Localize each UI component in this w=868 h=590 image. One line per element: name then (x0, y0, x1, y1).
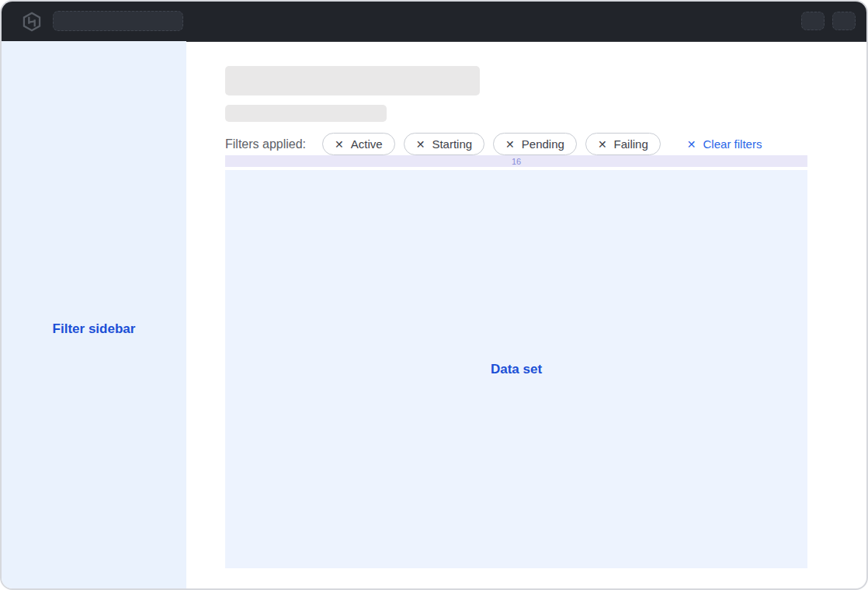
page-title-placeholder (225, 66, 480, 95)
topbar-action-placeholder-1[interactable] (801, 12, 825, 30)
filter-chip-pending[interactable]: ✕ Pending (493, 133, 577, 155)
filter-chip-label: Starting (432, 137, 472, 151)
filter-sidebar: Filter sidebar (2, 41, 186, 588)
result-count-bar: 16 (225, 155, 807, 167)
search-input-placeholder[interactable] (53, 11, 183, 31)
filter-chip-starting[interactable]: ✕ Starting (404, 133, 484, 155)
filter-chip-label: Failing (614, 137, 648, 151)
filter-chip-failing[interactable]: ✕ Failing (585, 133, 661, 155)
topbar-action-placeholder-2[interactable] (832, 12, 856, 30)
result-count: 16 (512, 157, 521, 166)
top-nav-bar (2, 2, 866, 42)
clear-filters-label: Clear filters (703, 137, 762, 151)
hashicorp-logo-icon (22, 12, 42, 32)
dataset-area: Data set (225, 170, 807, 568)
close-icon: ✕ (505, 139, 515, 150)
filter-sidebar-label: Filter sidebar (2, 321, 186, 337)
filter-chip-label: Active (351, 137, 383, 151)
close-icon: ✕ (416, 139, 425, 150)
page-subtitle-placeholder (225, 105, 387, 122)
applied-filters-row: Filters applied: ✕ Active ✕ Starting ✕ P… (225, 133, 762, 155)
dataset-label: Data set (491, 362, 542, 377)
close-icon: ✕ (335, 139, 344, 150)
filter-chip-label: Pending (522, 137, 564, 151)
filters-applied-label: Filters applied: (225, 137, 306, 151)
close-icon: ✕ (598, 139, 607, 150)
app-window: Filter sidebar Filters applied: ✕ Active… (0, 0, 868, 590)
close-icon: ✕ (687, 139, 696, 150)
filter-chip-active[interactable]: ✕ Active (322, 133, 395, 155)
clear-filters-link[interactable]: ✕ Clear filters (687, 137, 762, 151)
